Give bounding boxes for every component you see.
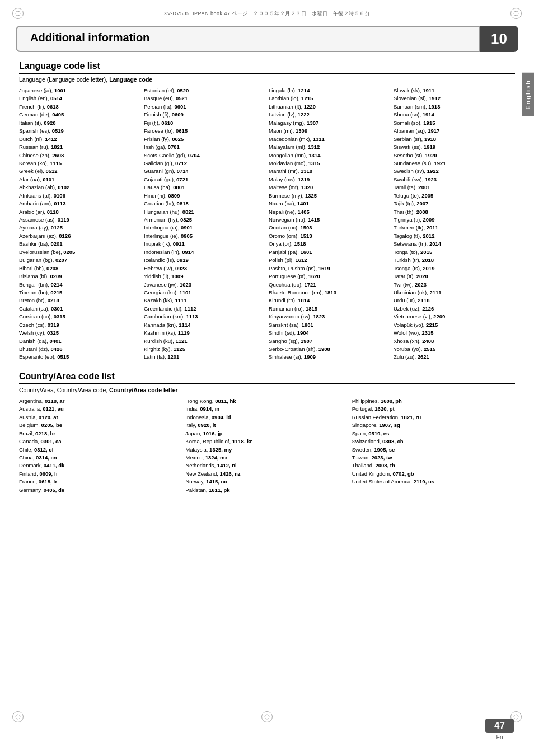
language-entry: Mongolian (mn), 1314 <box>269 152 390 159</box>
language-entry: Esperanto (eo), 0515 <box>19 353 140 361</box>
language-entry: Afrikaans (af), 0106 <box>19 192 140 200</box>
country-entry: Denmark, 0411, dk <box>19 462 182 469</box>
language-entry: Albanian (sq), 1917 <box>394 127 515 135</box>
country-entry: Mexico, 1324, mx <box>185 454 348 462</box>
language-entry: Oriya (or), 1518 <box>269 240 390 248</box>
country-entry: Japan, 1016, jp <box>185 430 348 438</box>
country-entry: Brazil, 0218, br <box>19 430 182 438</box>
language-grid: Japanese (ja), 1001English (en), 0514Fre… <box>19 87 515 361</box>
language-entry: Bashkir (ba), 0201 <box>19 240 140 248</box>
language-entry: Dutch (nl), 1412 <box>19 135 140 143</box>
language-entry: Gujarati (gu), 0721 <box>144 176 265 184</box>
country-entry: Switzerland, 0308, ch <box>352 438 515 445</box>
language-col-0: Japanese (ja), 1001English (en), 0514Fre… <box>19 87 140 361</box>
language-entry: Irish (ga), 0701 <box>144 143 265 151</box>
language-entry: Sindhi (sd), 1904 <box>269 329 390 337</box>
svg-point-4 <box>265 715 269 719</box>
language-entry: Tsonga (ts), 2019 <box>394 265 515 273</box>
language-entry: Breton (br), 0218 <box>19 297 140 304</box>
language-entry: Greenlandic (kl), 1112 <box>144 305 265 313</box>
country-entry: Finland, 0609, fi <box>19 470 182 478</box>
country-section: Country/Area code list Country/Area, Cou… <box>19 372 515 494</box>
language-entry: Turkmen (tk), 2011 <box>394 224 515 232</box>
language-col-3: Slovak (sk), 1911Slovenian (sl), 1912Sam… <box>394 87 515 361</box>
language-entry: Yoruba (yo), 2515 <box>394 345 515 353</box>
language-entry: Javanese (jw), 1023 <box>144 281 265 289</box>
language-entry: Faroese (fo), 0615 <box>144 127 265 135</box>
language-entry: Bengali (bn), 0214 <box>19 281 140 289</box>
language-entry: Guarani (gn), 0714 <box>144 167 265 175</box>
language-entry: Uzbek (uz), 2126 <box>394 305 515 313</box>
language-entry: Chinese (zh), 2608 <box>19 152 140 159</box>
language-entry: Korean (ko), 1115 <box>19 159 140 167</box>
language-entry: Nauru (na), 1401 <box>269 200 390 208</box>
language-entry: Latin (la), 1201 <box>144 353 265 361</box>
language-entry: Nepali (ne), 1405 <box>269 208 390 216</box>
language-entry: Danish (da), 0401 <box>19 337 140 345</box>
language-section-subtitle: Language (Language code letter), Languag… <box>19 76 515 83</box>
language-section: Language code list Language (Language co… <box>19 61 515 361</box>
country-entry: Germany, 0405, de <box>19 486 182 494</box>
language-entry: English (en), 0514 <box>19 95 140 102</box>
language-entry: Bulgarian (bg), 0207 <box>19 256 140 264</box>
language-entry: Urdu (ur), 2118 <box>394 297 515 304</box>
language-entry: Pashto, Pushto (ps), 1619 <box>269 265 390 273</box>
language-entry: Malayalam (ml), 1312 <box>269 143 390 151</box>
language-entry: Maltese (mt), 1320 <box>269 184 390 191</box>
language-entry: Georgian (ka), 1101 <box>144 289 265 297</box>
svg-point-2 <box>16 715 20 719</box>
language-entry: Indonesian (in), 0914 <box>144 248 265 256</box>
language-entry: Tonga (to), 2015 <box>394 248 515 256</box>
language-entry: Kurdish (ku), 1121 <box>144 337 265 345</box>
language-entry: Tajik (tg), 2007 <box>394 200 515 208</box>
language-entry: Hebrew (iw), 0923 <box>144 265 265 273</box>
country-entry: Belgium, 0205, be <box>19 421 182 429</box>
language-entry: Japanese (ja), 1001 <box>19 87 140 95</box>
language-entry: Finnish (fi), 0609 <box>144 111 265 119</box>
language-entry: Moldavian (mo), 1315 <box>269 159 390 167</box>
language-entry: Slovenian (sl), 1912 <box>394 95 515 102</box>
language-entry: Serbian (sr), 1918 <box>394 135 515 143</box>
language-entry: Icelandic (is), 0919 <box>144 256 265 264</box>
language-entry: Hausa (ha), 0801 <box>144 184 265 191</box>
language-entry: Telugu (te), 2005 <box>394 192 515 200</box>
country-entry: Australia, 0121, au <box>19 405 182 413</box>
language-entry: Samoan (sm), 1913 <box>394 103 515 111</box>
country-entry: Portugal, 1620, pt <box>352 405 515 413</box>
country-entry: Spain, 0519, es <box>352 430 515 438</box>
page-en-label: En <box>496 734 503 740</box>
country-entry: Argentina, 0118, ar <box>19 397 182 405</box>
language-col-1: Estonian (et), 0520Basque (eu), 0521Pers… <box>144 87 265 361</box>
language-entry: Vietnamese (vi), 2209 <box>394 313 515 321</box>
language-entry: Malay (ms), 1319 <box>269 176 390 184</box>
country-entry: Italy, 0920, it <box>185 421 348 429</box>
country-entry: Singapore, 1907, sg <box>352 421 515 429</box>
language-entry: Bihari (bh), 0208 <box>19 265 140 273</box>
country-col-0: Argentina, 0118, arAustralia, 0121, auAu… <box>19 397 182 494</box>
language-entry: Bhutani (dz), 0426 <box>19 345 140 353</box>
language-entry: Kazakh (kk), 1111 <box>144 297 265 304</box>
language-entry: Hindi (hi), 0809 <box>144 192 265 200</box>
language-entry: Sinhalese (si), 1909 <box>269 353 390 361</box>
language-entry: Somali (so), 1915 <box>394 119 515 127</box>
country-entry: Malaysia, 1325, my <box>185 446 348 454</box>
language-entry: Burmese (my), 1325 <box>269 192 390 200</box>
country-entry: United Kingdom, 0702, gb <box>352 470 515 478</box>
language-entry: Volapük (vo), 2215 <box>394 321 515 329</box>
language-entry: Marathi (mr), 1318 <box>269 167 390 175</box>
language-entry: Czech (cs), 0319 <box>19 321 140 329</box>
language-entry: Twi (tw), 2023 <box>394 281 515 289</box>
language-entry: French (fr), 0618 <box>19 103 140 111</box>
language-entry: Arabic (ar), 0118 <box>19 208 140 216</box>
english-tab: English <box>522 73 534 116</box>
bottom-left-corner-mark <box>12 711 24 722</box>
language-entry: Latvian (lv), 1222 <box>269 111 390 119</box>
language-entry: Sundanese (su), 1921 <box>394 159 515 167</box>
language-entry: Kannada (kn), 1114 <box>144 321 265 329</box>
language-entry: Occitan (oc), 1503 <box>269 224 390 232</box>
country-entry: Netherlands, 1412, nl <box>185 462 348 469</box>
language-entry: Shona (sn), 1914 <box>394 111 515 119</box>
language-entry: Thai (th), 2008 <box>394 208 515 216</box>
country-entry: India, 0914, in <box>185 405 348 413</box>
page-footer: 47 En <box>485 719 514 740</box>
